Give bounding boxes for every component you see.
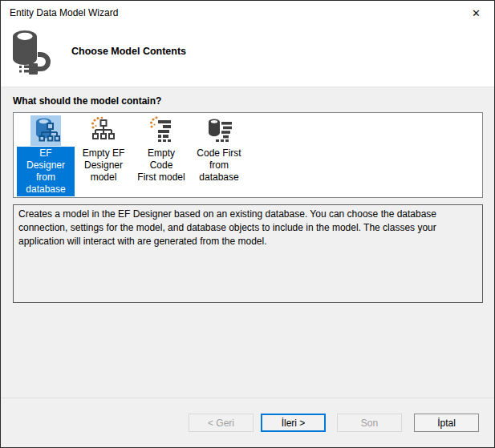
option-icon-wrap bbox=[30, 115, 61, 146]
option-code-first-from-database[interactable]: Code First from database bbox=[190, 115, 248, 184]
content-area: What should the model contain? bbox=[1, 87, 494, 398]
option-label: EF Designer from database bbox=[17, 147, 75, 196]
back-button: < Geri bbox=[189, 414, 254, 432]
database-plug-icon bbox=[7, 27, 52, 75]
option-empty-ef-designer-model[interactable]: Empty EF Designer model bbox=[75, 115, 132, 184]
option-icon-wrap bbox=[146, 115, 176, 146]
wizard-header: Choose Model Contents bbox=[1, 25, 494, 87]
option-label: Empty Code First model bbox=[132, 147, 190, 184]
wizard-footer: < Geri İleri > Son İptal bbox=[1, 398, 494, 447]
entity-data-model-wizard-dialog: Entity Data Model Wizard ✕ Choose Model … bbox=[0, 0, 495, 448]
window-title: Entity Data Model Wizard bbox=[10, 1, 118, 25]
option-description-text: Creates a model in the EF Designer based… bbox=[18, 208, 436, 247]
model-options-list: EF Designer from database bbox=[13, 112, 483, 198]
page-title: Choose Model Contents bbox=[71, 46, 186, 57]
ef-designer-database-icon bbox=[31, 116, 60, 145]
option-icon-wrap bbox=[204, 115, 234, 146]
selected-icon-highlight bbox=[30, 115, 61, 146]
cancel-button[interactable]: İptal bbox=[414, 414, 479, 432]
title-bar: Entity Data Model Wizard ✕ bbox=[1, 1, 494, 25]
option-description-box: Creates a model in the EF Designer based… bbox=[13, 204, 483, 303]
option-label: Empty EF Designer model bbox=[80, 147, 128, 184]
finish-button: Son bbox=[337, 414, 402, 432]
option-label: Code First from database bbox=[194, 147, 243, 184]
option-empty-code-first-model[interactable]: Empty Code First model bbox=[132, 115, 190, 184]
close-button[interactable]: ✕ bbox=[458, 1, 494, 25]
empty-ef-designer-icon bbox=[89, 116, 118, 145]
empty-code-first-icon bbox=[147, 116, 176, 145]
option-ef-designer-from-database[interactable]: EF Designer from database bbox=[17, 115, 75, 196]
next-button[interactable]: İleri > bbox=[261, 414, 326, 432]
option-icon-wrap bbox=[88, 115, 119, 146]
close-icon: ✕ bbox=[472, 7, 481, 19]
code-first-database-icon bbox=[205, 116, 233, 145]
question-label: What should the model contain? bbox=[13, 95, 161, 107]
